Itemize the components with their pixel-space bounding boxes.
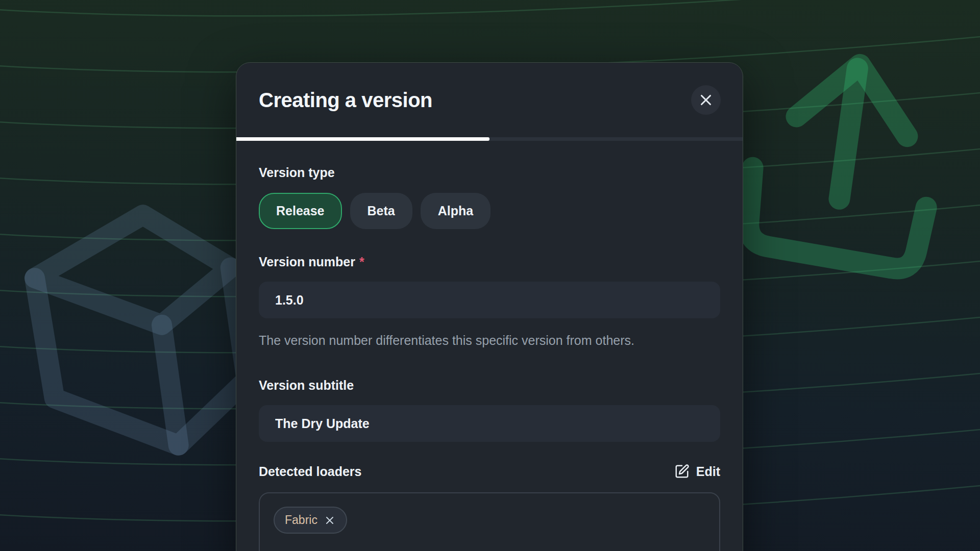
cube-outline-decoration xyxy=(30,207,252,457)
create-version-modal: Creating a version Version type Release … xyxy=(236,62,743,551)
modal-title: Creating a version xyxy=(259,89,432,112)
x-icon xyxy=(697,91,715,109)
version-number-label: Version number * xyxy=(259,254,720,269)
required-asterisk: * xyxy=(359,254,364,269)
modal-body: Version type Release Beta Alpha Version … xyxy=(236,165,743,551)
version-type-release-button[interactable]: Release xyxy=(259,193,342,229)
version-number-help: The version number differentiates this s… xyxy=(259,331,667,350)
edit-loaders-label: Edit xyxy=(696,464,720,479)
version-number-input[interactable] xyxy=(259,282,720,318)
upload-arrow-decoration xyxy=(743,53,943,271)
version-subtitle-input[interactable] xyxy=(259,405,720,442)
detected-loaders-row: Detected loaders Edit xyxy=(259,464,720,479)
modal-header: Creating a version xyxy=(236,63,743,137)
detected-loaders-label: Detected loaders xyxy=(259,464,361,479)
loader-chip-label: Fabric xyxy=(285,513,317,527)
wizard-progress-bar xyxy=(236,137,743,141)
edit-loaders-button[interactable]: Edit xyxy=(674,464,720,479)
x-icon xyxy=(324,514,336,527)
version-type-options: Release Beta Alpha xyxy=(259,193,720,229)
version-type-alpha-button[interactable]: Alpha xyxy=(421,193,491,229)
version-type-beta-button[interactable]: Beta xyxy=(350,193,412,229)
detected-loaders-container: Fabric xyxy=(259,492,720,551)
wizard-progress-fill xyxy=(236,137,489,141)
remove-loader-button[interactable] xyxy=(324,514,336,527)
loader-chip-fabric: Fabric xyxy=(274,507,347,534)
square-pen-icon xyxy=(674,464,690,479)
version-subtitle-label: Version subtitle xyxy=(259,378,720,393)
version-type-label: Version type xyxy=(259,165,720,180)
page: Creating a version Version type Release … xyxy=(0,0,980,551)
close-button[interactable] xyxy=(691,85,721,115)
